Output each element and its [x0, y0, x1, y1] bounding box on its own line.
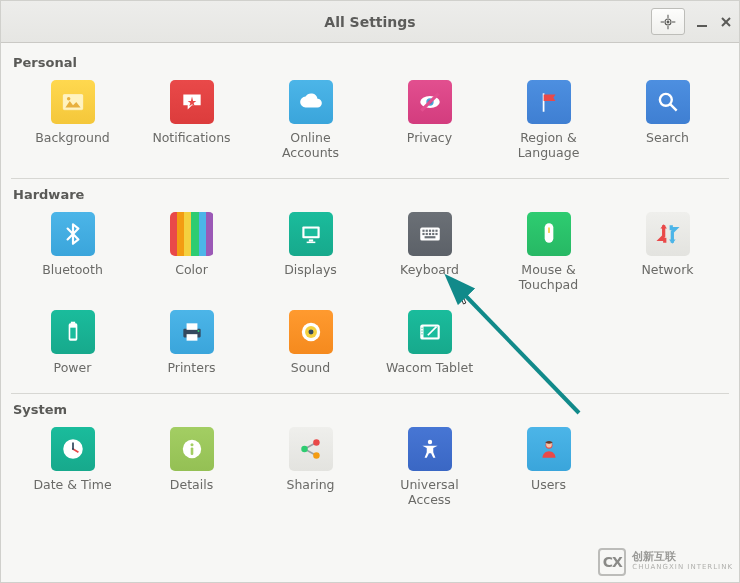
- svg-marker-39: [669, 239, 676, 243]
- search-icon: [646, 80, 690, 124]
- item-label: Sound: [291, 360, 330, 375]
- minimize-icon: [696, 16, 708, 28]
- svg-rect-36: [424, 236, 435, 238]
- svg-rect-30: [435, 230, 437, 232]
- printers-icon: [170, 310, 214, 354]
- item-label: Date & Time: [33, 477, 111, 492]
- settings-item-background[interactable]: Background: [13, 80, 132, 160]
- watermark-sub: CHUANGXIN INTERLINK: [632, 562, 733, 573]
- date-time-icon: [51, 427, 95, 471]
- item-label: Bluetooth: [42, 262, 103, 277]
- settings-item-wacom-tablet[interactable]: Wacom Tablet: [370, 310, 489, 375]
- settings-item-mouse-touchpad[interactable]: Mouse & Touchpad: [489, 212, 608, 292]
- system-grid: Date & Time Details Sharing Universal Ac…: [11, 419, 729, 517]
- svg-rect-27: [425, 230, 427, 232]
- settings-item-sharing[interactable]: Sharing: [251, 427, 370, 507]
- locate-button[interactable]: [651, 8, 685, 35]
- color-icon: [170, 212, 214, 256]
- online-accounts-icon: [289, 80, 333, 124]
- item-label: Color: [175, 262, 208, 277]
- section-personal-label: Personal: [11, 55, 729, 72]
- svg-point-61: [190, 443, 193, 446]
- item-label: Mouse & Touchpad: [519, 262, 578, 292]
- settings-item-keyboard[interactable]: Keyboard: [370, 212, 489, 292]
- svg-rect-62: [190, 447, 193, 455]
- svg-rect-32: [425, 233, 427, 235]
- header-controls: [651, 8, 733, 35]
- window-title: All Settings: [324, 14, 415, 30]
- content-area: Personal Background Notifications Online…: [1, 43, 739, 582]
- settings-item-network[interactable]: Network: [608, 212, 727, 292]
- svg-rect-29: [432, 230, 434, 232]
- item-label: Region & Language: [518, 130, 580, 160]
- settings-item-details[interactable]: Details: [132, 427, 251, 507]
- svg-rect-26: [422, 230, 424, 232]
- close-icon: [720, 16, 732, 28]
- details-icon: [170, 427, 214, 471]
- svg-rect-41: [70, 322, 74, 324]
- crosshair-icon: [660, 14, 676, 30]
- watermark-brand: 创新互联: [632, 551, 733, 562]
- item-label: Displays: [284, 262, 337, 277]
- universal-access-icon: [408, 427, 452, 471]
- settings-item-privacy[interactable]: Privacy: [370, 80, 489, 160]
- svg-point-49: [308, 330, 313, 335]
- sharing-icon: [289, 427, 333, 471]
- svg-marker-38: [660, 224, 667, 228]
- displays-icon: [289, 212, 333, 256]
- settings-item-printers[interactable]: Printers: [132, 310, 251, 375]
- svg-rect-23: [308, 239, 312, 241]
- svg-point-46: [197, 330, 199, 332]
- minimize-button[interactable]: [695, 15, 709, 29]
- section-system-label: System: [11, 402, 729, 419]
- svg-point-65: [301, 446, 308, 453]
- keyboard-icon: [408, 212, 452, 256]
- watermark: CX 创新互联 CHUANGXIN INTERLINK: [598, 548, 733, 576]
- item-label: Power: [54, 360, 92, 375]
- item-label: Privacy: [407, 130, 452, 145]
- region-language-icon: [527, 80, 571, 124]
- settings-item-color[interactable]: Color: [132, 212, 251, 292]
- settings-item-sound[interactable]: Sound: [251, 310, 370, 375]
- item-label: Keyboard: [400, 262, 459, 277]
- item-label: Details: [170, 477, 213, 492]
- settings-item-bluetooth[interactable]: Bluetooth: [13, 212, 132, 292]
- svg-rect-22: [304, 229, 317, 237]
- personal-grid: Background Notifications Online Accounts…: [11, 72, 729, 170]
- watermark-logo-icon: CX: [598, 548, 626, 576]
- settings-item-universal-access[interactable]: Universal Access: [370, 427, 489, 507]
- svg-rect-34: [432, 233, 434, 235]
- wacom-icon: [408, 310, 452, 354]
- hardware-grid: Bluetooth Color Displays Keyboard Mouse: [11, 204, 729, 385]
- settings-item-displays[interactable]: Displays: [251, 212, 370, 292]
- svg-rect-42: [70, 328, 75, 339]
- settings-item-search[interactable]: Search: [608, 80, 727, 160]
- users-icon: [527, 427, 571, 471]
- item-label: Universal Access: [400, 477, 458, 507]
- svg-point-12: [66, 97, 69, 100]
- svg-rect-44: [186, 323, 197, 330]
- settings-item-date-time[interactable]: Date & Time: [13, 427, 132, 507]
- titlebar: All Settings: [1, 1, 739, 43]
- background-icon: [51, 80, 95, 124]
- settings-item-notifications[interactable]: Notifications: [132, 80, 251, 160]
- svg-point-67: [313, 452, 320, 459]
- svg-rect-53: [421, 330, 422, 331]
- settings-item-users[interactable]: Users: [489, 427, 608, 507]
- item-label: Users: [531, 477, 566, 492]
- power-icon: [51, 310, 95, 354]
- svg-point-19: [659, 94, 671, 106]
- svg-rect-45: [186, 334, 197, 341]
- svg-rect-28: [428, 230, 430, 232]
- close-button[interactable]: [719, 15, 733, 29]
- network-icon: [646, 212, 690, 256]
- settings-item-power[interactable]: Power: [13, 310, 132, 375]
- item-label: Network: [641, 262, 693, 277]
- item-label: Sharing: [287, 477, 335, 492]
- item-label: Wacom Tablet: [386, 360, 473, 375]
- settings-item-online-accounts[interactable]: Online Accounts: [251, 80, 370, 160]
- mouse-icon: [527, 212, 571, 256]
- svg-point-66: [313, 439, 320, 446]
- privacy-icon: [408, 80, 452, 124]
- settings-item-region-language[interactable]: Region & Language: [489, 80, 608, 160]
